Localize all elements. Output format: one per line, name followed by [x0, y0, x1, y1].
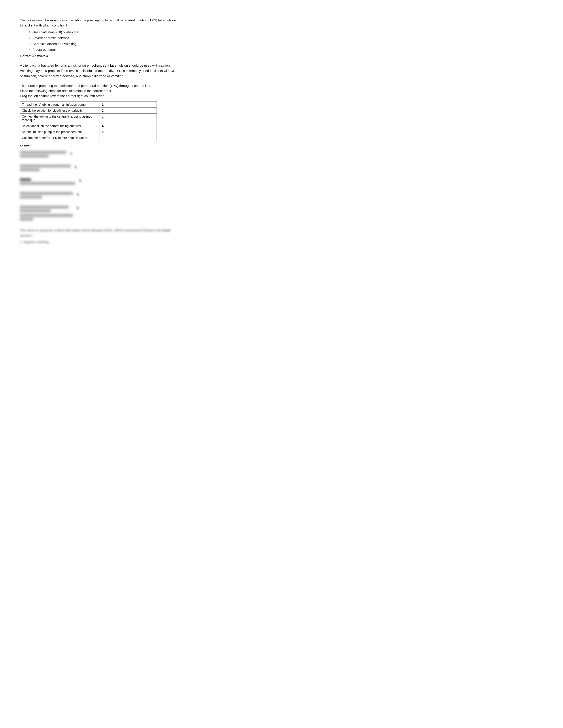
- next-q-line2: serious?: [20, 234, 32, 237]
- table-row[interactable]: Thread the IV tubing through an infusion…: [20, 102, 157, 108]
- answer-row-2: 2: [20, 165, 179, 171]
- q1-bold: most: [50, 18, 58, 22]
- answer-row-5: 5: [20, 206, 179, 221]
- answer-text-2: [20, 165, 71, 171]
- next-q-bold: most: [162, 228, 170, 232]
- correct-answer-1: Correct Answer: 4: [20, 54, 179, 59]
- table-row[interactable]: Connect the tubing to the central line, …: [20, 114, 157, 123]
- table-row[interactable]: Set the infusion pump at the prescribed …: [20, 129, 157, 135]
- next-q-option1: 1. Hypoxic vomiting.: [20, 239, 179, 244]
- q1-option-4: 4. Fractured femur: [29, 47, 179, 52]
- left-cell-4[interactable]: Select and flush the correct tubing and …: [20, 123, 100, 129]
- table-row[interactable]: Check the solution for cloudiness or tur…: [20, 108, 157, 114]
- q2-line3: Drag the left column text to the correct…: [20, 93, 179, 98]
- right-cell-4[interactable]: [106, 123, 156, 129]
- drag-drop-table[interactable]: Thread the IV tubing through an infusion…: [20, 101, 157, 141]
- q2-line1: The nurse is preparing to administer tot…: [20, 83, 179, 88]
- right-cell-3[interactable]: [106, 114, 156, 123]
- next-q-line1: The nurse is caring for a client with se…: [20, 228, 162, 232]
- table-row[interactable]: Confirm the order for TPN before adminis…: [20, 135, 157, 141]
- q1-text-before: The nurse would be: [20, 18, 50, 22]
- answer-num-5: 5: [77, 206, 79, 210]
- q1-options-list: 1. Gastrointestinal (GI) obstruction 2. …: [20, 30, 179, 52]
- right-cell-2[interactable]: [106, 108, 156, 114]
- num-cell-5: 5: [100, 129, 106, 135]
- num-cell-2: 2: [100, 108, 106, 114]
- answer-num-1: 1: [70, 151, 72, 155]
- table-row[interactable]: Select and flush the correct tubing and …: [20, 123, 157, 129]
- left-cell-6[interactable]: Confirm the order for TPN before adminis…: [20, 135, 100, 141]
- right-cell-5[interactable]: [106, 129, 156, 135]
- answer-label: answer: [20, 144, 179, 148]
- q2-line2: Place the following steps for administra…: [20, 88, 179, 93]
- num-cell-4: 4: [100, 123, 106, 129]
- left-cell-5[interactable]: Set the infusion pump at the prescribed …: [20, 129, 100, 135]
- question-1-block: The nurse would be most concerned about …: [20, 18, 179, 59]
- q1-option-3: 3. Chronic diarrhea and vomiting: [29, 41, 179, 47]
- answer-row-4: 4: [20, 192, 179, 199]
- left-cell-2[interactable]: Check the solution for cloudiness or tur…: [20, 108, 100, 114]
- question-1-text: The nurse would be most concerned about …: [20, 18, 179, 28]
- left-cell-1[interactable]: Thread the IV tubing through an infusion…: [20, 102, 100, 108]
- question-2-block: The nurse is preparing to administer tot…: [20, 83, 179, 99]
- q1-option-1: 1. Gastrointestinal (GI) obstruction: [29, 30, 179, 35]
- answer-text-1: [20, 151, 66, 158]
- next-question-blurred: The nurse is caring for a client with se…: [20, 228, 179, 244]
- num-cell-1: 1: [100, 102, 106, 108]
- left-cell-3[interactable]: Connect the tubing to the central line, …: [20, 114, 100, 123]
- num-cell-6: [100, 135, 106, 141]
- right-cell-1[interactable]: [106, 102, 156, 108]
- q1-option-2: 2. Severe anorexia nervosa: [29, 36, 179, 41]
- explanation-text: A client with a fractured femur is at ri…: [20, 63, 179, 79]
- answer-row-3: 3: [20, 178, 179, 185]
- answer-text-5: [20, 206, 73, 221]
- answer-row-1: 1: [20, 151, 179, 158]
- num-cell-3: 3: [100, 114, 106, 123]
- answer-num-3: 3: [79, 179, 81, 182]
- answer-text-3: [20, 178, 75, 185]
- right-cell-6[interactable]: [106, 135, 156, 141]
- answer-num-4: 4: [77, 192, 79, 196]
- answer-section: 1 2 3 4 5: [20, 151, 179, 221]
- answer-text-4: [20, 192, 73, 199]
- answer-num-2: 2: [75, 165, 76, 169]
